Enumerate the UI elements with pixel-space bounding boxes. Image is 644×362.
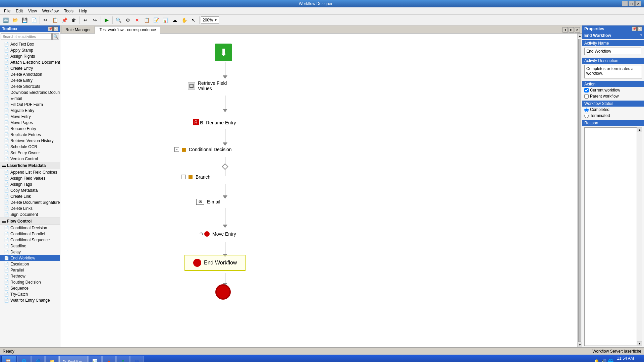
toolbar-cut[interactable]: ✂ bbox=[41, 16, 50, 24]
rename-node[interactable]: 🅰 B Rename Entry bbox=[193, 119, 236, 126]
props-help-icon[interactable]: ? bbox=[640, 34, 642, 38]
toolbox-item-scheduleocr[interactable]: 📄 Schedule OCR bbox=[0, 144, 60, 150]
toolbar-cursor[interactable]: ↖ bbox=[189, 16, 198, 24]
toolbar-stop[interactable]: ✕ bbox=[133, 16, 142, 24]
conditional-node[interactable]: − ◆ Conditional Decision bbox=[174, 145, 232, 154]
branch-node[interactable]: − ◆ Branch bbox=[181, 173, 210, 181]
toolbox-item-conditionalparallel[interactable]: 📄 Conditional Parallel bbox=[0, 231, 60, 237]
toolbox-item-rethrow[interactable]: 📄 Rethrow bbox=[0, 273, 60, 279]
toolbox-item-deletelinks[interactable]: 📄 Delete Links bbox=[0, 205, 60, 212]
toolbox-item-createentry[interactable]: 📄 Create Entry bbox=[0, 65, 60, 71]
props-parent-workflow-checkbox[interactable] bbox=[584, 94, 589, 99]
toolbox-item-appendlist[interactable]: 📄 Append List Field Choices bbox=[0, 169, 60, 175]
toolbar-redo[interactable]: ↪ bbox=[91, 16, 99, 24]
toolbar-search[interactable]: 🔍 bbox=[114, 16, 123, 24]
props-activityname-input[interactable] bbox=[584, 48, 641, 55]
zoom-control[interactable]: 200% ▼ bbox=[201, 16, 219, 24]
email-node[interactable]: ✉ E-mail bbox=[196, 199, 220, 205]
toolbox-item-trycatch[interactable]: 📄 Try-Catch bbox=[0, 291, 60, 297]
taskbar-workflow[interactable]: ⚙ Workflow... bbox=[59, 356, 88, 362]
toolbox-category-flowcontrol[interactable]: ▬ Flow Control bbox=[0, 218, 60, 225]
toolbar-save[interactable]: 💾 bbox=[20, 16, 29, 24]
tab-close[interactable]: ✕ bbox=[575, 27, 580, 33]
minimize-button[interactable]: ─ bbox=[622, 1, 628, 6]
toolbar-hand[interactable]: ✋ bbox=[180, 16, 189, 24]
toolbox-item-email[interactable]: 📄 E-mail bbox=[0, 96, 60, 102]
start-button[interactable]: 🪟 bbox=[1, 356, 16, 362]
toolbox-item-movepages[interactable]: 📄 Move Pages bbox=[0, 120, 60, 126]
props-pin-btn[interactable]: 📌 bbox=[632, 26, 637, 31]
toolbox-item-delay[interactable]: 📄 Delay bbox=[0, 249, 60, 255]
toolbox-item-deletedocsigs[interactable]: 📄 Delete Document Signatures bbox=[0, 199, 60, 205]
toolbox-item-replicateentries[interactable]: 📄 Replicate Entries bbox=[0, 132, 60, 138]
toolbox-item-versioncontrol[interactable]: 📄 Version Control bbox=[0, 156, 60, 162]
taskbar-folder[interactable]: 📁 bbox=[45, 356, 59, 362]
canvas-scroll-up[interactable]: ▲ bbox=[578, 34, 582, 38]
toolbar-new[interactable]: 🆕 bbox=[1, 16, 10, 24]
toolbox-item-deleteannotation[interactable]: 📄 Delete Annotation bbox=[0, 71, 60, 77]
taskbar-word[interactable]: W bbox=[130, 356, 144, 362]
toolbox-item-copymetadata[interactable]: 📄 Copy Metadata bbox=[0, 187, 60, 193]
toolbox-item-assignfieldvalues[interactable]: 📄 Assign Field Values bbox=[0, 175, 60, 181]
tab-rulemanager[interactable]: Rule Manager bbox=[61, 26, 95, 33]
toolbox-item-parallel[interactable]: 📄 Parallel bbox=[0, 267, 60, 273]
toolbox-item-applystamp[interactable]: 📄 Apply Stamp bbox=[0, 47, 60, 53]
zoom-dropdown-icon[interactable]: ▼ bbox=[214, 18, 217, 22]
toolbox-item-assignrights[interactable]: 📄 Assign Rights bbox=[0, 53, 60, 59]
canvas-scroll-thumb[interactable] bbox=[578, 39, 581, 342]
toolbox-item-conditionalsequence[interactable]: 📄 Conditional Sequence bbox=[0, 237, 60, 243]
close-button[interactable]: ✕ bbox=[635, 1, 641, 6]
menu-edit[interactable]: Edit bbox=[13, 8, 25, 14]
toolbox-item-createlink[interactable]: 📄 Create Link bbox=[0, 193, 60, 199]
reason-scroll-up[interactable]: ▲ bbox=[637, 127, 642, 132]
toolbox-close-btn[interactable]: ✕ bbox=[53, 26, 58, 31]
search-button[interactable]: 🔍 bbox=[52, 33, 59, 40]
toolbar-chart[interactable]: 📊 bbox=[161, 16, 170, 24]
toolbar-cloud[interactable]: ☁ bbox=[170, 16, 179, 24]
toolbox-pin-btn[interactable]: 📌 bbox=[48, 26, 53, 31]
taskbar-excel[interactable]: X bbox=[116, 356, 130, 362]
taskbar-ppt[interactable]: P bbox=[102, 356, 116, 362]
taskbar-ie[interactable]: 🌐 bbox=[17, 356, 31, 362]
props-close-btn[interactable]: ✕ bbox=[637, 26, 642, 31]
menu-file[interactable]: File bbox=[1, 8, 13, 14]
toolbox-item-retrieveversion[interactable]: 📄 Retrieve Version History bbox=[0, 138, 60, 144]
toolbox-item-conditionaldecision[interactable]: 📄 Conditional Decision bbox=[0, 225, 60, 231]
toolbar-delete[interactable]: 🗑 bbox=[69, 16, 78, 24]
tab-nav-left[interactable]: ◄ bbox=[562, 27, 568, 33]
toolbox-item-renameentry[interactable]: 📄 Rename Entry bbox=[0, 126, 60, 132]
tab-testworkflow[interactable]: Test workflow - correspondence bbox=[95, 26, 160, 34]
reason-scroll-down[interactable]: ▼ bbox=[637, 341, 642, 346]
toolbox-item-deadline[interactable]: 📄 Deadline bbox=[0, 243, 60, 249]
maximize-button[interactable]: □ bbox=[629, 1, 635, 6]
toolbox-category-laserfiche[interactable]: ▬ Laserfiche Metadata bbox=[0, 162, 60, 169]
toolbox-item-routingdecision[interactable]: 📄 Routing Decision bbox=[0, 279, 60, 285]
taskbar-chrome[interactable]: 🔵 bbox=[31, 356, 45, 362]
canvas[interactable]: ⬇ 🔲 Retrieve FieldValues bbox=[60, 34, 577, 347]
toolbox-item-escalation[interactable]: 📄 Escalation bbox=[0, 261, 60, 267]
toolbox-item-addtextbox[interactable]: 📄 Add Text Box bbox=[0, 41, 60, 47]
toolbox-item-waitforentry[interactable]: 📄 Wait for Entry Change bbox=[0, 297, 60, 303]
props-status-completed-radio[interactable] bbox=[584, 108, 589, 112]
toolbox-item-migrateentry[interactable]: 📄 Migrate Entry bbox=[0, 108, 60, 114]
toolbar-copy[interactable]: 📋 bbox=[51, 16, 59, 24]
menu-tools[interactable]: Tools bbox=[61, 8, 76, 14]
conditional-collapse[interactable]: − bbox=[174, 147, 179, 152]
toolbox-item-setentryowner[interactable]: 📄 Set Entry Owner bbox=[0, 150, 60, 156]
toolbar-open[interactable]: 📂 bbox=[11, 16, 19, 24]
tab-nav-right[interactable]: ► bbox=[569, 27, 574, 33]
toolbox-item-endworkflow[interactable]: 📄 End Workflow bbox=[0, 255, 60, 261]
toolbox-item-assigntags[interactable]: 📄 Assign Tags bbox=[0, 181, 60, 187]
toolbar-btn-y[interactable]: 📝 bbox=[152, 16, 160, 24]
moveentry-node[interactable]: ↷ Move Entry bbox=[200, 231, 236, 237]
retrieve-node[interactable]: 🔲 Retrieve FieldValues bbox=[188, 80, 227, 91]
props-current-workflow-checkbox[interactable] bbox=[584, 88, 589, 93]
toolbar-undo[interactable]: ↩ bbox=[81, 16, 90, 24]
taskbar-app3[interactable]: 📊 bbox=[88, 356, 102, 362]
start-node[interactable]: ⬇ bbox=[215, 44, 232, 61]
canvas-scroll-down[interactable]: ▼ bbox=[578, 343, 582, 347]
menu-help[interactable]: Help bbox=[76, 8, 90, 14]
search-input[interactable] bbox=[1, 33, 52, 40]
toolbox-item-deleteshortcuts[interactable]: 📄 Delete Shortcuts bbox=[0, 83, 60, 89]
toolbox-item-signdocument[interactable]: 📄 Sign Document bbox=[0, 212, 60, 218]
